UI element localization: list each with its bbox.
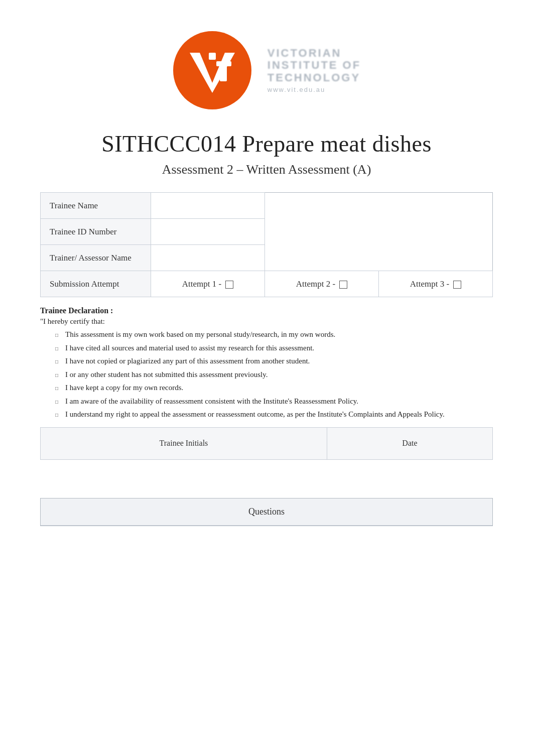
declaration-item-1: □ This assessment is my own work based o… xyxy=(55,329,493,340)
declaration-item-3: □ I have not copied or plagiarized any p… xyxy=(55,355,493,367)
declaration-list: □ This assessment is my own work based o… xyxy=(40,329,493,420)
declaration-item-4: □ I or any other student has not submitt… xyxy=(55,369,493,381)
submission-label: Submission Attempt xyxy=(41,271,151,297)
bullet-icon-7: □ xyxy=(55,411,61,419)
declaration-item-7: □ I understand my right to appeal the as… xyxy=(55,409,493,420)
trainee-id-row: Trainee ID Number xyxy=(41,219,493,245)
attempt2-checkbox[interactable] xyxy=(339,281,347,289)
declaration-item-5: □ I have kept a copy for my own records. xyxy=(55,382,493,394)
date-label: Date xyxy=(402,439,417,447)
svg-rect-4 xyxy=(220,61,227,81)
vit-logo xyxy=(172,30,252,110)
trainee-id-value[interactable] xyxy=(151,219,265,245)
bullet-icon-1: □ xyxy=(55,331,61,339)
declaration-title: Trainee Declaration : xyxy=(40,306,493,315)
attempt2-label: Attempt 2 - xyxy=(296,279,338,289)
vit-text-line3: TECHNOLOGY xyxy=(268,72,360,84)
title-section: SITHCCC014 Prepare meat dishes Assessmen… xyxy=(40,131,493,177)
signature-row: Trainee Initials Date xyxy=(41,427,493,459)
declaration-item-2: □ I have cited all sources and material … xyxy=(55,342,493,354)
attempt3-label: Attempt 3 - xyxy=(410,279,452,289)
attempt2-cell[interactable]: Attempt 2 - xyxy=(265,271,379,297)
vit-text-logo: VICTORIAN INSTITUTE OF TECHNOLOGY www.vi… xyxy=(268,47,361,93)
info-table: Trainee Name Trainee ID Number Trainer/ … xyxy=(40,192,493,297)
svg-rect-2 xyxy=(209,53,216,60)
vit-website: www.vit.edu.au xyxy=(268,86,325,93)
declaration-intro: "I hereby certify that: xyxy=(40,317,493,326)
attempt1-checkbox[interactable] xyxy=(225,281,233,289)
trainee-initials-cell[interactable]: Trainee Initials xyxy=(41,427,327,459)
bullet-icon-4: □ xyxy=(55,371,61,379)
main-title: SITHCCC014 Prepare meat dishes xyxy=(40,131,493,157)
submission-row: Submission Attempt Attempt 1 - Attempt 2… xyxy=(41,271,493,297)
bullet-icon-5: □ xyxy=(55,385,61,392)
attempt3-checkbox[interactable] xyxy=(453,281,461,289)
questions-header: Questions xyxy=(41,498,492,526)
bullet-icon-3: □ xyxy=(55,358,61,365)
declaration-item-6: □ I am aware of the availability of reas… xyxy=(55,396,493,407)
vit-text-line2: INSTITUTE OF xyxy=(268,59,361,71)
declaration-section: Trainee Declaration : "I hereby certify … xyxy=(40,306,493,460)
vit-text-line1: VICTORIAN xyxy=(268,47,342,59)
svg-point-0 xyxy=(173,31,251,109)
trainee-name-row: Trainee Name xyxy=(41,193,493,219)
attempt1-label: Attempt 1 - xyxy=(182,279,224,289)
date-cell[interactable]: Date xyxy=(327,427,492,459)
bullet-icon-2: □ xyxy=(55,345,61,352)
trainee-initials-label: Trainee Initials xyxy=(160,439,208,447)
page: VICTORIAN INSTITUTE OF TECHNOLOGY www.vi… xyxy=(0,0,533,756)
trainer-name-value[interactable] xyxy=(151,245,265,271)
trainer-name-row: Trainer/ Assessor Name xyxy=(41,245,493,271)
trainer-name-label: Trainer/ Assessor Name xyxy=(41,245,151,271)
attempt3-cell[interactable]: Attempt 3 - xyxy=(379,271,493,297)
attempt1-cell[interactable]: Attempt 1 - xyxy=(151,271,265,297)
trainee-name-value[interactable] xyxy=(151,193,265,219)
logo-area: VICTORIAN INSTITUTE OF TECHNOLOGY www.vi… xyxy=(172,30,361,110)
bullet-icon-6: □ xyxy=(55,398,61,406)
questions-section: Questions xyxy=(40,498,493,526)
sub-title: Assessment 2 – Written Assessment (A) xyxy=(40,162,493,177)
trainee-name-label: Trainee Name xyxy=(41,193,151,219)
signature-table: Trainee Initials Date xyxy=(40,427,493,460)
trainee-id-label: Trainee ID Number xyxy=(41,219,151,245)
